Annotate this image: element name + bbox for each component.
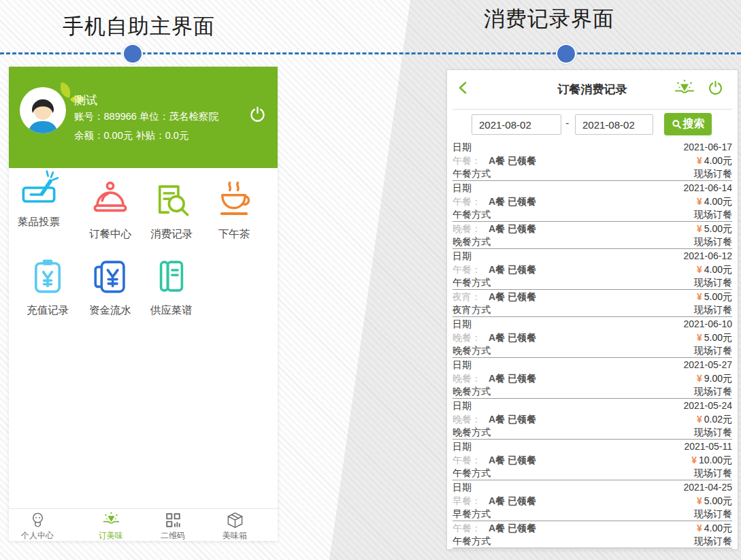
search-button[interactable]: 搜索 xyxy=(664,113,712,135)
meal-desc: A餐 已领餐 xyxy=(489,196,536,207)
currency-symbol: ¥ xyxy=(697,196,702,207)
meal-name: 午餐： xyxy=(452,523,481,533)
meal-name: 晚餐： xyxy=(452,414,481,425)
funnel-filter-icon[interactable] xyxy=(674,78,695,99)
date-value: 2021-06-14 xyxy=(683,182,732,195)
date-range-separator: - xyxy=(565,117,569,129)
menu-item-订餐中心[interactable]: 订餐中心 xyxy=(80,180,140,242)
record-meal-row: 午餐：A餐 已领餐¥4.00元 xyxy=(452,521,732,535)
box-icon xyxy=(226,511,244,529)
phone-main-screen: 测试 账号：889966 单位：茂名检察院 余额：0.00元 补贴：0.0元 订… xyxy=(9,67,278,541)
meal-desc: A餐 已领餐 xyxy=(489,495,536,506)
logout-power-icon[interactable] xyxy=(248,105,267,124)
menu-item-充值记录[interactable]: 充值记录 xyxy=(18,257,78,318)
method-label: 午餐方式 xyxy=(452,276,491,289)
coffee-icon xyxy=(214,180,254,220)
meal-price: 5.00元 xyxy=(704,291,732,302)
method-label: 午餐方式 xyxy=(452,535,491,548)
currency-symbol: ¥ xyxy=(697,332,702,343)
records-header: 订餐消费记录 xyxy=(447,70,738,109)
record-date-row: 日期2021-04-25 xyxy=(452,480,732,494)
user-header: 测试 账号：889966 单位：茂名检察院 余额：0.00元 补贴：0.0元 xyxy=(9,67,278,168)
method-label: 早餐方式 xyxy=(452,508,491,521)
record-method-row: 午餐方式现场订餐 xyxy=(452,467,732,480)
meal-price: 5.00元 xyxy=(704,332,732,343)
date-value: 2021-04-25 xyxy=(683,481,732,494)
method-label: 夜宵方式 xyxy=(452,303,491,316)
record-date-row: 日期2021-06-14 xyxy=(452,181,732,195)
menu-item-消费记录[interactable]: 消费记录 xyxy=(142,180,201,242)
meal-desc: A餐 已领餐 xyxy=(489,291,536,302)
menu-item-菜品投票[interactable]: 菜品投票 xyxy=(9,168,69,229)
date-label: 日期 xyxy=(452,359,472,372)
tab-item-二维码[interactable]: 二维码 xyxy=(144,511,201,542)
menu-item-供应菜谱[interactable]: 供应菜谱 xyxy=(142,257,201,318)
meal-price: 4.00元 xyxy=(704,264,732,275)
funnel-icon xyxy=(102,511,120,529)
record-meal-row: 晚餐：A餐 已领餐¥9.00元 xyxy=(452,372,732,385)
method-value: 现场订餐 xyxy=(694,385,732,398)
record-meal-row: 晚餐：A餐 已领餐¥5.00元 xyxy=(452,222,732,235)
method-value: 现场订餐 xyxy=(694,426,732,439)
method-value: 现场订餐 xyxy=(694,344,732,357)
user-account-line: 账号：889966 单位：茂名检察院 xyxy=(74,110,218,123)
date-label: 日期 xyxy=(452,141,472,154)
record-method-row: 晚餐方式现场订餐 xyxy=(452,235,732,249)
meal-price: 4.00元 xyxy=(704,155,732,166)
meal-price: 4.00元 xyxy=(704,196,732,207)
meal-desc: A餐 已领餐 xyxy=(489,155,536,166)
method-value: 现场订餐 xyxy=(694,167,732,180)
method-label: 晚餐方式 xyxy=(452,385,491,398)
date-label: 日期 xyxy=(452,440,472,453)
meal-price: 5.00元 xyxy=(704,223,732,234)
meal-desc: A餐 已领餐 xyxy=(489,414,536,425)
record-date-row: 日期2021-05-24 xyxy=(452,399,732,412)
meal-desc: A餐 已领餐 xyxy=(489,264,536,275)
record-meal-row: 夜宵：A餐 已领餐¥5.00元 xyxy=(452,290,732,303)
date-value: 2021-06-17 xyxy=(683,141,732,154)
menu-item-下午茶[interactable]: 下午茶 xyxy=(204,180,264,242)
record-method-row: 午餐方式现场订餐 xyxy=(452,276,732,290)
record-method-row: 午餐方式现场订餐 xyxy=(452,535,732,548)
meal-price: 5.00元 xyxy=(704,495,732,506)
person-icon xyxy=(29,511,47,529)
menu-item-资金流水[interactable]: 资金流水 xyxy=(80,257,140,318)
record-meal-row: 晚餐：A餐 已领餐¥5.00元 xyxy=(452,331,732,344)
record-meal-row: 午餐：A餐 已领餐¥4.00元 xyxy=(452,263,732,276)
date-value: 2021-05-11 xyxy=(684,440,732,453)
meal-price: 4.00元 xyxy=(704,523,732,533)
logout-power-icon[interactable] xyxy=(707,80,724,97)
tab-item-订美味[interactable]: 订美味 xyxy=(82,511,139,542)
record-date-row: 日期2021-06-17 xyxy=(452,140,732,154)
record-meal-row: 午餐：A餐 已领餐¥4.00元 xyxy=(452,195,732,208)
records-list[interactable]: 日期2021-06-17午餐：A餐 已领餐¥4.00元午餐方式现场订餐日期202… xyxy=(452,140,732,548)
date-value: 2021-06-10 xyxy=(683,318,732,331)
date-search-bar: - 搜索 xyxy=(447,112,738,139)
date-to-input[interactable] xyxy=(575,114,653,135)
timeline-dot-right xyxy=(556,44,576,64)
meal-price: 9.00元 xyxy=(704,373,732,384)
method-value: 现场订餐 xyxy=(694,208,732,221)
method-label: 晚餐方式 xyxy=(452,426,491,439)
method-value: 现场订餐 xyxy=(694,508,732,521)
tab-item-美味箱[interactable]: 美味箱 xyxy=(206,511,263,542)
date-value: 2021-05-27 xyxy=(683,359,732,372)
section-title-main-ui: 手机自助主界面 xyxy=(3,12,275,41)
record-method-row: 早餐方式现场订餐 xyxy=(452,508,732,521)
header-divider xyxy=(452,109,732,110)
meal-name: 午餐： xyxy=(452,264,481,275)
dashed-divider-line xyxy=(0,52,741,54)
meal-name: 晚餐： xyxy=(452,373,481,384)
currency-symbol: ¥ xyxy=(691,455,697,465)
record-meal-row: 早餐：A餐 已领餐¥5.00元 xyxy=(452,494,732,508)
method-value: 现场订餐 xyxy=(694,235,732,248)
method-value: 现场订餐 xyxy=(694,535,732,548)
tab-item-个人中心[interactable]: 个人中心 xyxy=(9,511,66,542)
date-from-input[interactable] xyxy=(472,114,561,135)
method-value: 现场订餐 xyxy=(694,276,732,289)
search-icon xyxy=(672,119,682,129)
record-method-row: 夜宵方式现场订餐 xyxy=(452,303,732,317)
method-label: 晚餐方式 xyxy=(452,344,491,357)
wallet-yen-icon xyxy=(90,257,130,296)
currency-symbol: ¥ xyxy=(697,291,702,302)
